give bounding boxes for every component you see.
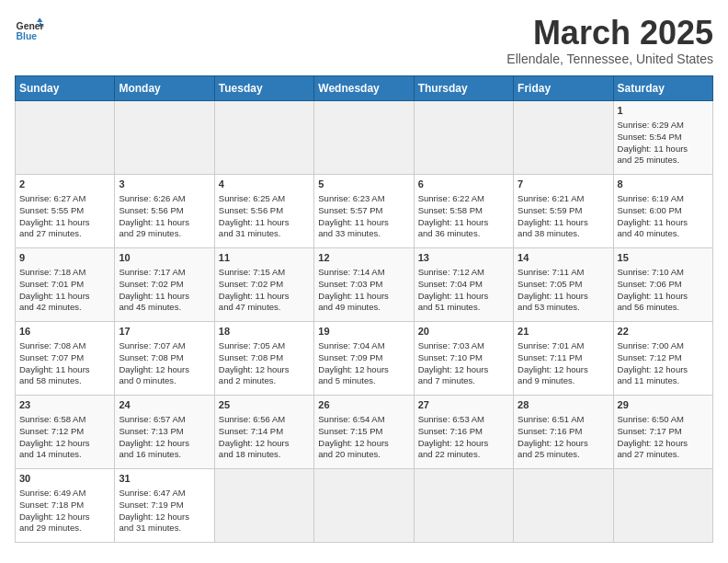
day-number: 15	[618, 251, 709, 265]
day-info: Sunrise: 7:18 AM Sunset: 7:01 PM Dayligh…	[19, 267, 110, 314]
day-number: 21	[518, 325, 609, 339]
day-info: Sunrise: 6:57 AM Sunset: 7:13 PM Dayligh…	[119, 414, 210, 461]
calendar-cell: 5Sunrise: 6:23 AM Sunset: 5:57 PM Daylig…	[314, 174, 414, 247]
title-block: March 2025 Ellendale, Tennessee, United …	[506, 15, 713, 66]
day-number: 7	[518, 178, 609, 191]
day-number: 14	[518, 251, 609, 265]
day-header-monday: Monday	[115, 75, 214, 100]
day-info: Sunrise: 6:49 AM Sunset: 7:18 PM Dayligh…	[19, 488, 110, 534]
day-number: 2	[19, 178, 110, 191]
day-info: Sunrise: 6:27 AM Sunset: 5:55 PM Dayligh…	[19, 193, 110, 240]
calendar-cell	[314, 100, 414, 174]
day-number: 3	[119, 178, 210, 191]
day-number: 27	[418, 398, 509, 412]
day-number: 31	[119, 472, 210, 486]
day-info: Sunrise: 7:04 AM Sunset: 7:09 PM Dayligh…	[318, 340, 409, 387]
day-number: 1	[618, 104, 709, 118]
day-info: Sunrise: 7:05 AM Sunset: 7:08 PM Dayligh…	[219, 340, 310, 387]
day-info: Sunrise: 7:00 AM Sunset: 7:12 PM Dayligh…	[618, 340, 709, 387]
calendar-cell: 12Sunrise: 7:14 AM Sunset: 7:03 PM Dayli…	[314, 247, 414, 321]
day-number: 12	[318, 251, 409, 265]
day-info: Sunrise: 6:50 AM Sunset: 7:17 PM Dayligh…	[618, 414, 709, 461]
day-number: 16	[19, 325, 110, 339]
day-info: Sunrise: 6:19 AM Sunset: 6:00 PM Dayligh…	[618, 193, 709, 240]
calendar-cell: 16Sunrise: 7:08 AM Sunset: 7:07 PM Dayli…	[16, 321, 115, 395]
calendar-cell: 19Sunrise: 7:04 AM Sunset: 7:09 PM Dayli…	[314, 321, 414, 395]
calendar-week-4: 16Sunrise: 7:08 AM Sunset: 7:07 PM Dayli…	[16, 321, 713, 395]
day-info: Sunrise: 7:12 AM Sunset: 7:04 PM Dayligh…	[418, 267, 509, 314]
day-number: 17	[119, 325, 210, 339]
calendar-cell: 22Sunrise: 7:00 AM Sunset: 7:12 PM Dayli…	[613, 321, 712, 395]
calendar-cell: 7Sunrise: 6:21 AM Sunset: 5:59 PM Daylig…	[514, 174, 613, 247]
svg-marker-2	[37, 17, 42, 22]
calendar-cell: 11Sunrise: 7:15 AM Sunset: 7:02 PM Dayli…	[214, 247, 313, 321]
day-info: Sunrise: 7:11 AM Sunset: 7:05 PM Dayligh…	[518, 267, 609, 314]
day-info: Sunrise: 6:56 AM Sunset: 7:14 PM Dayligh…	[219, 414, 310, 461]
calendar-week-1: 1Sunrise: 6:29 AM Sunset: 5:54 PM Daylig…	[16, 100, 713, 174]
day-info: Sunrise: 6:53 AM Sunset: 7:16 PM Dayligh…	[418, 414, 509, 461]
day-info: Sunrise: 6:25 AM Sunset: 5:56 PM Dayligh…	[219, 193, 310, 240]
day-number: 10	[119, 251, 210, 265]
day-info: Sunrise: 7:10 AM Sunset: 7:06 PM Dayligh…	[618, 267, 709, 314]
calendar-week-5: 23Sunrise: 6:58 AM Sunset: 7:12 PM Dayli…	[16, 395, 713, 468]
day-number: 25	[219, 398, 310, 412]
day-header-sunday: Sunday	[16, 75, 115, 100]
day-number: 28	[518, 398, 609, 412]
day-number: 11	[219, 251, 310, 265]
calendar-cell: 26Sunrise: 6:54 AM Sunset: 7:15 PM Dayli…	[314, 395, 414, 468]
day-info: Sunrise: 7:03 AM Sunset: 7:10 PM Dayligh…	[418, 340, 509, 387]
day-number: 20	[418, 325, 509, 339]
calendar-cell: 21Sunrise: 7:01 AM Sunset: 7:11 PM Dayli…	[514, 321, 613, 395]
day-info: Sunrise: 6:21 AM Sunset: 5:59 PM Dayligh…	[518, 193, 609, 240]
day-header-thursday: Thursday	[414, 75, 513, 100]
day-number: 8	[618, 178, 709, 191]
day-info: Sunrise: 7:07 AM Sunset: 7:08 PM Dayligh…	[119, 340, 210, 387]
svg-text:Blue: Blue	[17, 31, 38, 41]
day-number: 18	[219, 325, 310, 339]
calendar-cell	[514, 100, 613, 174]
calendar-cell: 4Sunrise: 6:25 AM Sunset: 5:56 PM Daylig…	[214, 174, 313, 247]
calendar-cell: 13Sunrise: 7:12 AM Sunset: 7:04 PM Dayli…	[414, 247, 513, 321]
calendar-cell: 9Sunrise: 7:18 AM Sunset: 7:01 PM Daylig…	[16, 247, 115, 321]
calendar-cell: 3Sunrise: 6:26 AM Sunset: 5:56 PM Daylig…	[115, 174, 214, 247]
calendar-cell	[414, 468, 513, 542]
calendar-cell	[16, 100, 115, 174]
calendar-cell	[414, 100, 513, 174]
day-number: 26	[318, 398, 409, 412]
calendar-cell: 28Sunrise: 6:51 AM Sunset: 7:16 PM Dayli…	[514, 395, 613, 468]
calendar-cell: 15Sunrise: 7:10 AM Sunset: 7:06 PM Dayli…	[613, 247, 712, 321]
calendar-cell: 27Sunrise: 6:53 AM Sunset: 7:16 PM Dayli…	[414, 395, 513, 468]
day-info: Sunrise: 7:15 AM Sunset: 7:02 PM Dayligh…	[219, 267, 310, 314]
calendar-body: 1Sunrise: 6:29 AM Sunset: 5:54 PM Daylig…	[16, 100, 713, 542]
page-title: March 2025	[506, 15, 713, 52]
day-info: Sunrise: 6:23 AM Sunset: 5:57 PM Dayligh…	[318, 193, 409, 240]
day-info: Sunrise: 6:58 AM Sunset: 7:12 PM Dayligh…	[19, 414, 110, 461]
day-info: Sunrise: 7:01 AM Sunset: 7:11 PM Dayligh…	[518, 340, 609, 387]
day-info: Sunrise: 6:26 AM Sunset: 5:56 PM Dayligh…	[119, 193, 210, 240]
calendar-cell: 14Sunrise: 7:11 AM Sunset: 7:05 PM Dayli…	[514, 247, 613, 321]
calendar-cell	[214, 100, 313, 174]
day-number: 23	[19, 398, 110, 412]
day-info: Sunrise: 6:22 AM Sunset: 5:58 PM Dayligh…	[418, 193, 509, 240]
calendar-cell	[115, 100, 214, 174]
calendar-week-3: 9Sunrise: 7:18 AM Sunset: 7:01 PM Daylig…	[16, 247, 713, 321]
calendar-cell: 1Sunrise: 6:29 AM Sunset: 5:54 PM Daylig…	[613, 100, 712, 174]
calendar-cell	[214, 468, 313, 542]
day-number: 24	[119, 398, 210, 412]
calendar-week-2: 2Sunrise: 6:27 AM Sunset: 5:55 PM Daylig…	[16, 174, 713, 247]
calendar-cell: 25Sunrise: 6:56 AM Sunset: 7:14 PM Dayli…	[214, 395, 313, 468]
day-number: 4	[219, 178, 310, 191]
calendar-header-row: SundayMondayTuesdayWednesdayThursdayFrid…	[16, 75, 713, 100]
day-info: Sunrise: 6:54 AM Sunset: 7:15 PM Dayligh…	[318, 414, 409, 461]
calendar-cell	[514, 468, 613, 542]
day-number: 13	[418, 251, 509, 265]
day-header-tuesday: Tuesday	[214, 75, 313, 100]
calendar-cell: 10Sunrise: 7:17 AM Sunset: 7:02 PM Dayli…	[115, 247, 214, 321]
calendar-cell: 24Sunrise: 6:57 AM Sunset: 7:13 PM Dayli…	[115, 395, 214, 468]
day-number: 5	[318, 178, 409, 191]
calendar-cell: 17Sunrise: 7:07 AM Sunset: 7:08 PM Dayli…	[115, 321, 214, 395]
logo-icon: General Blue	[15, 15, 44, 44]
calendar-cell: 6Sunrise: 6:22 AM Sunset: 5:58 PM Daylig…	[414, 174, 513, 247]
day-header-wednesday: Wednesday	[314, 75, 414, 100]
day-header-friday: Friday	[514, 75, 613, 100]
